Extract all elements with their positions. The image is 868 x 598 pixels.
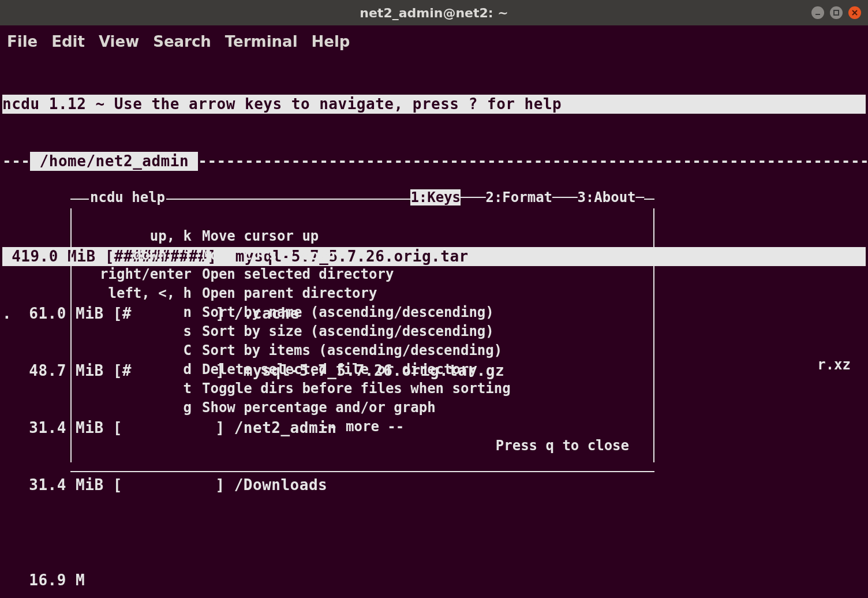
menubar: File Edit View Search Terminal Help xyxy=(0,25,868,52)
help-line: up, kMove cursor up xyxy=(82,228,643,247)
help-line: tToggle dirs before files when sorting xyxy=(82,380,643,399)
help-dialog: ncdu help 1:Keys───2:Format───3:About─ u… xyxy=(70,189,654,481)
titlebar: net2_admin@net2: ~ xyxy=(0,0,868,25)
window-title: net2_admin@net2: ~ xyxy=(360,6,508,20)
table-row[interactable]: 16.9 M xyxy=(2,571,866,590)
help-tabs: 1:Keys───2:Format───3:About─ xyxy=(410,189,644,205)
help-title: ncdu help xyxy=(89,189,166,205)
tab-about[interactable]: 3:About xyxy=(577,189,635,205)
help-line: dDelete selected file or directory xyxy=(82,361,643,380)
close-button[interactable] xyxy=(848,6,861,19)
menu-search[interactable]: Search xyxy=(153,33,211,50)
help-line: down, jMove cursor down xyxy=(82,247,643,266)
menu-file[interactable]: File xyxy=(7,33,38,50)
filename-fragment: r.xz xyxy=(817,357,851,373)
minimize-button[interactable] xyxy=(811,6,824,19)
help-close-hint: Press q to close xyxy=(82,438,643,457)
ncdu-header: ncdu 1.12 ~ Use the arrow keys to naviga… xyxy=(2,95,866,114)
tab-keys[interactable]: 1:Keys xyxy=(410,189,461,205)
help-line: CSort by items (ascending/descending) xyxy=(82,342,643,361)
menu-help[interactable]: Help xyxy=(312,33,350,50)
menu-view[interactable]: View xyxy=(99,33,139,50)
window-controls xyxy=(811,6,861,19)
menu-edit[interactable]: Edit xyxy=(51,33,85,50)
ncdu-path: --- /home/net2_admin -------------------… xyxy=(2,152,866,171)
help-line: gShow percentage and/or graph xyxy=(82,399,643,418)
svg-rect-1 xyxy=(834,10,839,15)
tab-format[interactable]: 2:Format xyxy=(485,189,552,205)
help-line: right/enterOpen selected directory xyxy=(82,266,643,285)
maximize-button[interactable] xyxy=(830,6,843,19)
help-line: nSort by name (ascending/descending) xyxy=(82,304,643,323)
help-more[interactable]: -- more -- xyxy=(82,418,643,438)
menu-terminal[interactable]: Terminal xyxy=(225,33,298,50)
help-line: sSort by size (ascending/descending) xyxy=(82,323,643,342)
help-line: left, <, hOpen parent directory xyxy=(82,285,643,304)
